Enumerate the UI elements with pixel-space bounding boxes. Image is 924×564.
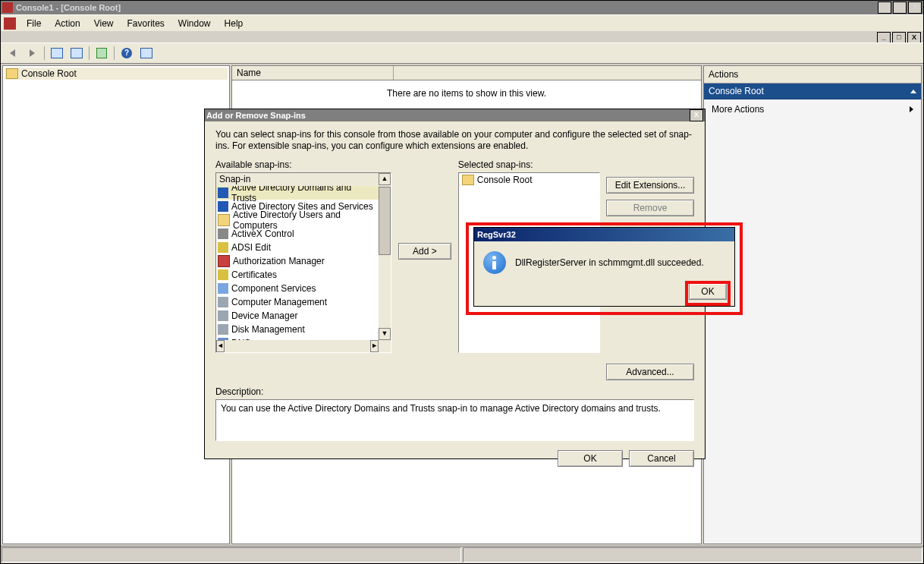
available-snapins-list[interactable]: Snap-in Active Directory Domains and Tru… (215, 172, 391, 353)
snapin-icon (218, 187, 228, 198)
info-icon (483, 251, 506, 274)
scope-tree-pane[interactable]: Console Root (2, 65, 230, 544)
column-snapin[interactable]: Snap-in (216, 173, 391, 186)
snapin-icon (218, 228, 228, 239)
list-item[interactable]: Device Manager (216, 309, 379, 323)
snapin-icon (218, 297, 228, 307)
show-hide-tree-button[interactable] (48, 44, 66, 62)
snapin-icon (218, 324, 228, 335)
tree-item-label: Console Root (21, 68, 77, 79)
snapin-dialog-title: Add or Remove Snap-ins (206, 111, 688, 120)
scroll-track[interactable] (379, 185, 391, 328)
tree-item-console-root[interactable]: Console Root (5, 68, 228, 80)
regsvr32-ok-button[interactable]: OK (689, 283, 727, 300)
list-item[interactable]: Active Directory Domains and Trusts (216, 186, 379, 200)
arrow-left-icon (10, 49, 15, 57)
list-item[interactable]: Console Root (459, 173, 599, 187)
list-item[interactable]: Active Directory Users and Computers (216, 213, 379, 227)
menu-view[interactable]: View (88, 17, 120, 30)
regsvr32-title: RegSvr32 (477, 230, 516, 239)
remove-button[interactable]: Remove (606, 200, 694, 216)
snapin-ok-button[interactable]: OK (558, 450, 623, 467)
column-name[interactable]: Name (232, 66, 394, 80)
list-item-label: ActiveX Control (231, 228, 294, 239)
help-icon: ? (121, 48, 132, 58)
menu-help[interactable]: Help (218, 17, 250, 30)
mmc-doc-icon (4, 17, 16, 30)
close-button[interactable]: X (908, 2, 922, 14)
folder-icon (6, 68, 18, 79)
list-item-label: Device Manager (231, 310, 297, 321)
snapin-icon (218, 255, 230, 267)
arrow-right-icon (30, 49, 35, 57)
menu-favorites[interactable]: Favorites (121, 17, 171, 30)
list-item-label: Active Directory Users and Computers (233, 210, 377, 231)
scroll-down-button[interactable]: ▼ (379, 328, 391, 340)
show-hide-console-button[interactable] (68, 44, 86, 62)
snapin-icon (218, 283, 228, 294)
folder-icon (462, 175, 474, 185)
list-item[interactable]: Authorization Manager (216, 254, 379, 268)
vertical-scrollbar[interactable]: ▲ ▼ (379, 173, 391, 340)
menubar: File Action View Favorites Window Help (1, 14, 923, 31)
maximize-button[interactable]: □ (893, 2, 907, 14)
actions-pane: Actions Console Root More Actions (703, 65, 922, 544)
snapin-cancel-button[interactable]: Cancel (629, 450, 694, 467)
help-button[interactable]: ? (118, 44, 136, 62)
list-item[interactable]: ADSI Edit (216, 241, 379, 254)
available-snapins-label: Available snap-ins: (215, 159, 391, 170)
advanced-button[interactable]: Advanced... (606, 364, 694, 380)
list-item-label: ADSI Edit (231, 242, 271, 253)
forward-button[interactable] (23, 44, 41, 62)
snapin-icon (218, 242, 228, 253)
main-window-title: Console1 - [Console Root] (16, 3, 121, 12)
actions-section-header[interactable]: Console Root (704, 83, 921, 99)
add-button[interactable]: Add > (398, 243, 451, 260)
statusbar-cell (463, 547, 922, 562)
toolbar: ? (1, 43, 923, 63)
minimize-button[interactable]: _ (878, 2, 891, 14)
list-item-label: Console Root (477, 175, 533, 185)
list-item-label: Certificates (231, 269, 277, 280)
list-item[interactable]: Component Services (216, 282, 379, 295)
main-titlebar[interactable]: Console1 - [Console Root] _ □ X (1, 1, 923, 14)
collapse-icon (910, 90, 916, 93)
window-icon (140, 48, 152, 58)
export-icon (96, 48, 107, 58)
list-item[interactable]: Disk Management (216, 323, 379, 336)
export-list-button[interactable] (93, 44, 111, 62)
edit-extensions-button[interactable]: Edit Extensions... (606, 177, 694, 194)
new-window-button[interactable] (137, 44, 156, 62)
list-item[interactable]: Computer Management (216, 295, 379, 309)
list-item-label: Authorization Manager (233, 256, 325, 266)
scroll-thumb[interactable] (379, 187, 391, 255)
regsvr32-titlebar[interactable]: RegSvr32 (474, 228, 734, 241)
snapin-dialog-titlebar[interactable]: Add or Remove Snap-ins X (205, 109, 705, 121)
list-item[interactable]: Certificates (216, 268, 379, 282)
back-button[interactable] (3, 44, 21, 62)
snapin-icon (218, 310, 228, 321)
mdi-caption-buttons: _ □ X (1, 31, 923, 43)
snapin-icon (218, 269, 228, 280)
scroll-up-button[interactable]: ▲ (379, 173, 391, 185)
more-actions-item[interactable]: More Actions (704, 99, 921, 119)
scroll-track[interactable] (225, 340, 370, 352)
scroll-right-button[interactable]: ► (370, 340, 379, 352)
menu-action[interactable]: Action (49, 17, 86, 30)
list-item-label: Component Services (231, 283, 316, 294)
horizontal-scrollbar[interactable]: ◄ ► (216, 340, 379, 352)
result-list-header[interactable]: Name (232, 66, 701, 80)
snapin-icon (218, 214, 230, 226)
description-text: You can use the Active Directory Domains… (215, 399, 694, 441)
chevron-right-icon (910, 106, 913, 112)
snapin-close-button[interactable]: X (690, 109, 703, 121)
regsvr32-dialog: RegSvr32 DllRegisterServer in schmmgmt.d… (473, 227, 735, 307)
list-item-label: Disk Management (231, 324, 305, 335)
scroll-left-button[interactable]: ◄ (216, 340, 225, 352)
snapin-intro-text: You can select snap-ins for this console… (215, 129, 694, 152)
actions-section-title: Console Root (709, 86, 764, 96)
menu-file[interactable]: File (20, 17, 47, 30)
snapin-icon (218, 201, 228, 212)
menu-window[interactable]: Window (172, 17, 217, 30)
panes-icon (51, 48, 63, 58)
